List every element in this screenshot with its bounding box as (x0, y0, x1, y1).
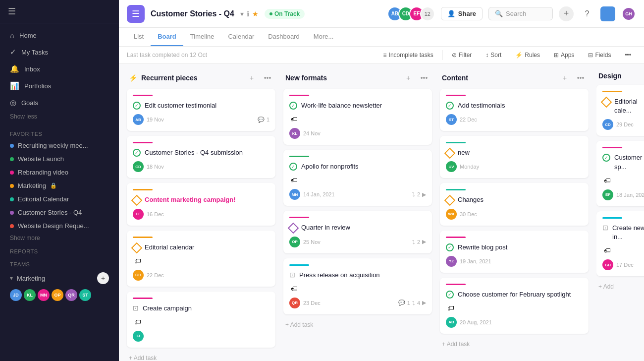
sidebar-item-my-tasks[interactable]: ✓ My Tasks (0, 44, 119, 60)
tab-timeline[interactable]: Timeline (183, 28, 221, 46)
card-new[interactable]: new UV Monday (440, 136, 589, 178)
share-button[interactable]: 👤 Share (441, 7, 483, 20)
sort-button[interactable]: ↕ Sort (481, 50, 506, 60)
card-customer-stories-q4[interactable]: Customer Stories - Q4 submission CD 18 N… (127, 136, 275, 178)
star-icon[interactable]: ★ (252, 10, 259, 18)
check-circle-icon: ✓ (10, 48, 16, 57)
card-editorial-calendar[interactable]: Editorial calendar 🏷 GH 22 Dec (127, 231, 275, 287)
column-menu-button[interactable]: ••• (575, 72, 587, 84)
tag-icon: 🏷 (133, 256, 143, 266)
card-add-testimonials[interactable]: Add testimonials ST 22 Dec (440, 89, 589, 131)
status-bar (133, 142, 153, 143)
card-date: 14 Jan, 2021 (303, 191, 409, 197)
add-task-button[interactable]: + Add task (283, 319, 432, 330)
add-task-button[interactable]: + Add task (440, 339, 589, 350)
check-icon (602, 154, 610, 162)
template-icon: ⊡ (602, 224, 608, 232)
user-menu-button[interactable]: GH (621, 6, 636, 21)
status-bar (446, 189, 466, 190)
add-task-button[interactable]: + Add task (127, 353, 275, 361)
card-rewrite-blog[interactable]: Rewrite blog post YZ 19 Jan, 2021 (440, 231, 589, 273)
info-icon[interactable]: ℹ (247, 10, 249, 18)
sidebar-item-marketing-team[interactable]: ▾ Marketing + (0, 269, 119, 287)
sidebar-item-portfolios[interactable]: 📊 Portfolios (0, 77, 119, 94)
avatar: JD (10, 289, 22, 301)
card-choose-customer[interactable]: Choose customer for February spotlight 🏷… (440, 278, 589, 334)
card-apollo-nonprofits[interactable]: Apollo for nonprofits 🏷 MN 14 Jan, 2021 … (283, 150, 432, 206)
avatar: OP (52, 289, 63, 301)
sidebar-item-customer-stories[interactable]: Customer Stories - Q4 (0, 206, 119, 219)
sidebar-item-inbox-label: Inbox (24, 65, 40, 73)
favorites-item-label: Marketing (18, 182, 46, 189)
check-icon (133, 102, 141, 110)
tab-board[interactable]: Board (151, 28, 183, 46)
help-button[interactable]: ? (580, 6, 594, 21)
dot-icon (10, 197, 14, 201)
sidebar-toggle[interactable]: ☰ (8, 6, 16, 17)
status-bar (446, 142, 466, 143)
tag-icon: 🏷 (289, 114, 299, 124)
apps-button[interactable]: ⊞ Apps (549, 50, 579, 60)
tab-more[interactable]: More... (307, 28, 340, 46)
tab-list[interactable]: List (127, 28, 151, 46)
sidebar-item-my-tasks-label: My Tasks (21, 49, 48, 56)
search-box[interactable]: 🔍 Search (488, 7, 553, 20)
tab-dashboard[interactable]: Dashboard (261, 28, 307, 46)
card-content-marketing[interactable]: Content marketing campaign! EF 16 Dec (127, 183, 275, 225)
card-editorial-cal[interactable]: Editorial cale... CD 29 Dec (596, 85, 644, 136)
sidebar-item-website-design[interactable]: Website Design Reque... (0, 219, 119, 233)
avatar: EF (133, 209, 144, 220)
incomplete-tasks-button[interactable]: ≡ Incomplete tasks (378, 50, 438, 60)
card-title: Edit customer testimonial (145, 101, 216, 110)
column-menu-button[interactable]: ••• (262, 72, 273, 84)
sidebar-item-goals[interactable]: ◎ Goals (0, 94, 119, 111)
more-options-button[interactable]: ••• (620, 50, 636, 60)
card-create-new[interactable]: ⊡ Create new in... 🏷 GH 17 Dec (596, 211, 644, 276)
column-menu-button[interactable]: ••• (418, 72, 430, 84)
rules-button[interactable]: ⚡ Rules (510, 50, 545, 60)
fields-button[interactable]: ⊟ Fields (583, 50, 616, 60)
project-title: Customer Stories - Q4 (151, 9, 234, 18)
card-changes[interactable]: Changes WX 30 Dec (440, 183, 589, 225)
card-edit-testimonial[interactable]: Edit customer testimonial AB 19 Nov 💬 1 (127, 89, 275, 131)
chevron-down-icon[interactable]: ▾ (240, 10, 244, 18)
template-icon: ⊡ (289, 271, 295, 279)
subtask-icon: ⤵ (412, 300, 415, 306)
add-team-member-button[interactable]: + (97, 272, 109, 284)
card-work-life-balance[interactable]: Work-life balance newsletter 🏷 KL 24 Nov (283, 89, 432, 145)
filter-button[interactable]: ⊘ Filter (447, 50, 477, 60)
check-icon (446, 291, 454, 299)
card-quarter-in-review[interactable]: Quarter in review OP 25 Nov ⤵ 2 ▶ (283, 211, 432, 253)
sidebar-item-marketing[interactable]: Marketing 🔒 (0, 179, 119, 192)
card-customer-sp[interactable]: Customer sp... 🏷 EF 18 Jan, 2021 (596, 141, 644, 206)
sidebar-item-editorial[interactable]: Editorial Calendar (0, 192, 119, 206)
add-button[interactable]: + (559, 6, 574, 21)
add-card-button[interactable]: + (246, 72, 258, 84)
user-avatar-button[interactable] (600, 6, 615, 21)
home-icon: ⌂ (10, 31, 14, 40)
sidebar-item-home[interactable]: ⌂ Home (0, 27, 119, 44)
subtask-icon: ⤵ (412, 239, 415, 245)
check-icon (446, 243, 454, 251)
avatar: GH (133, 270, 144, 281)
card-date: 18 Nov (147, 164, 269, 170)
status-bar (133, 95, 153, 96)
card-title: new (458, 148, 470, 157)
card-title: Choose customer for February spotlight (458, 290, 571, 299)
card-create-campaign[interactable]: ⊡ Create campaign 🏷 IJ (127, 292, 275, 348)
show-less-button[interactable]: Show less (0, 111, 119, 122)
add-task-button[interactable]: + Add (596, 281, 644, 292)
sidebar-item-recruiting[interactable]: Recruiting weekly mee... (0, 139, 119, 152)
sidebar-item-inbox[interactable]: 🔔 Inbox (0, 60, 119, 77)
column-new-formats: New formats + ••• Work-life balance news… (283, 72, 432, 330)
sidebar-item-rebranding[interactable]: Rebranding video (0, 166, 119, 179)
bell-icon: 🔔 (10, 64, 19, 73)
add-card-button[interactable]: + (402, 72, 414, 84)
sidebar-item-website-launch[interactable]: Website Launch (0, 152, 119, 166)
tab-calendar[interactable]: Calendar (221, 28, 261, 46)
show-more-button[interactable]: Show more (0, 233, 119, 243)
add-card-button[interactable]: + (559, 72, 571, 84)
favorites-item-label: Rebranding video (18, 169, 68, 176)
avatar: WX (446, 209, 457, 220)
card-press-release[interactable]: ⊡ Press release on acquisition 🏷 QR 23 D… (283, 258, 432, 314)
